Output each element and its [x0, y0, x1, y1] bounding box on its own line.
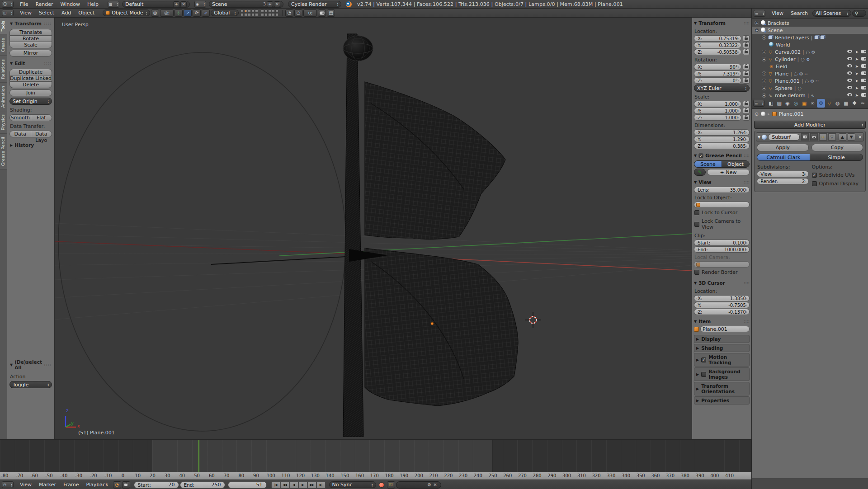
- render-engine-select[interactable]: Cycles Render ▴▾: [288, 1, 341, 8]
- tool-tab-create[interactable]: Create: [0, 35, 7, 56]
- properties-tab-object[interactable]: ▣: [800, 99, 808, 108]
- editor-type-button-info[interactable]: ⓘ▴▾: [2, 1, 14, 8]
- rotation-y--field[interactable]: ‹Y:7.319°›: [694, 71, 741, 77]
- timeline-menu-playback[interactable]: Playback: [82, 481, 112, 489]
- tool-tab-animation[interactable]: Animation: [0, 83, 7, 111]
- outliner-item-scene[interactable]: +Scene: [752, 27, 868, 34]
- selectability-toggle-pointer-icon[interactable]: ➤: [855, 50, 859, 54]
- breadcrumb-object-name[interactable]: Plane.001: [779, 111, 804, 117]
- data-transfer-data-button[interactable]: Data: [9, 131, 31, 137]
- motion-tracking-panel-header[interactable]: ▶✓Motion Tracking: [694, 353, 750, 367]
- display-panel-header[interactable]: ▶Display: [694, 335, 750, 343]
- keying-set-icon[interactable]: ⚿: [387, 481, 395, 489]
- location-y--field[interactable]: ‹Y:0.32322›: [694, 42, 741, 48]
- tool-tab-tools[interactable]: Tools: [0, 18, 7, 35]
- timeline-strip[interactable]: [0, 440, 751, 472]
- item-name-field[interactable]: Plane.001: [700, 326, 750, 332]
- copy-button[interactable]: Copy: [811, 144, 863, 151]
- renderability-toggle-camera-icon[interactable]: [861, 86, 866, 89]
- renderability-toggle-camera-icon[interactable]: [861, 64, 866, 68]
- layer-cell[interactable]: [264, 13, 268, 16]
- opengl-render-anim-button[interactable]: ▤: [327, 9, 335, 17]
- expander-icon[interactable]: +: [755, 28, 759, 33]
- outliner-scope-select[interactable]: All Scenes ▴▾: [812, 10, 851, 17]
- mirror-button[interactable]: Mirror: [9, 50, 52, 56]
- snap-button[interactable]: ∪▴▾: [303, 9, 317, 17]
- layer-cell[interactable]: [251, 13, 255, 16]
- view-menu-object[interactable]: Object: [75, 9, 98, 17]
- transform-orientation-select[interactable]: Global ▴▾: [211, 9, 239, 16]
- tool-tab-relations[interactable]: Relations: [0, 56, 7, 83]
- renderability-toggle-camera-icon[interactable]: [861, 50, 866, 53]
- visibility-toggle-eye-icon[interactable]: [847, 64, 852, 67]
- rotation-lock-button[interactable]: [743, 77, 750, 84]
- simple-button[interactable]: Simple: [810, 154, 863, 161]
- add-layout-button[interactable]: +: [173, 1, 179, 7]
- dimensions-y--field[interactable]: ‹Y:1.290›: [694, 136, 750, 142]
- scale-lock-button[interactable]: [743, 101, 750, 107]
- lock-time-toggle[interactable]: [122, 481, 130, 489]
- outliner-item-plane-001[interactable]: +▽Plane.001|◌⚙∷➤: [752, 77, 868, 85]
- item-header[interactable]: ▼ Item ::::: [694, 317, 750, 325]
- location-lock-button[interactable]: [743, 35, 750, 42]
- subsurf-render-field[interactable]: ‹Render: 2›: [757, 178, 809, 184]
- background-images-checkbox[interactable]: [701, 372, 706, 377]
- manipulator-translate-button[interactable]: ↗: [184, 9, 192, 17]
- visibility-toggle-eye-icon[interactable]: [847, 57, 852, 60]
- properties-tab-particles[interactable]: ✱: [850, 99, 858, 108]
- modifier-delete-button[interactable]: ✕: [858, 134, 862, 140]
- modifier-render-toggle[interactable]: [801, 133, 809, 141]
- outliner-item-cylinder[interactable]: +▽Cylinder|◌⚙➤: [752, 56, 868, 63]
- scale-lock-button[interactable]: [743, 114, 750, 121]
- viewport-shading-select[interactable]: ◍: [151, 9, 159, 17]
- properties-tab-scene[interactable]: ◉: [783, 99, 791, 108]
- lock-camera-row[interactable]: Lock Camera to View: [694, 217, 750, 231]
- lock-to-scene-button[interactable]: ◔: [285, 9, 293, 17]
- properties-panel-header[interactable]: ▶Properties: [694, 396, 750, 404]
- layers-grid-1[interactable]: [241, 9, 258, 16]
- transform-panel-header[interactable]: ▼ Transform::::: [9, 19, 52, 28]
- scene-field[interactable]: Scene 3 + ×: [209, 1, 283, 8]
- lock-to-object-field[interactable]: [694, 202, 750, 208]
- jump-to-end-button[interactable]: ▶|: [316, 481, 326, 489]
- tool-tab-grease-pencil[interactable]: Grease Pencil: [0, 134, 7, 169]
- location-lock-button[interactable]: [743, 42, 750, 48]
- layer-cell[interactable]: [244, 13, 247, 16]
- gp-scene-button[interactable]: Scene: [694, 160, 722, 168]
- scale-x--field[interactable]: ‹X:1.000›: [694, 101, 741, 107]
- layer-cell[interactable]: [244, 9, 247, 13]
- start-frame-field[interactable]: Start: 20: [134, 481, 179, 489]
- translate-button[interactable]: Translate: [9, 29, 52, 36]
- renderability-toggle-camera-icon[interactable]: [861, 79, 866, 82]
- layer-cell[interactable]: [268, 13, 271, 16]
- gp-layer-icon-button[interactable]: ✎: [694, 169, 706, 176]
- editor-type-button-outliner[interactable]: ☰▴▾: [754, 10, 765, 17]
- background-images-panel-header[interactable]: ▶Background Images: [694, 367, 750, 381]
- rotation-x--field[interactable]: ‹X:90°›: [694, 64, 741, 70]
- expander-icon[interactable]: +: [755, 21, 759, 25]
- rotate-button[interactable]: Rotate: [9, 35, 52, 42]
- edit-panel-header[interactable]: ▼ Edit::::: [9, 59, 52, 67]
- view-menu-view[interactable]: View: [16, 9, 35, 17]
- editor-type-button-properties[interactable]: ☰▴▾: [753, 100, 764, 107]
- outliner-item-plane[interactable]: +▽Plane|◌⚙∷➤: [752, 70, 868, 77]
- editor-type-button-timeline[interactable]: ◷▴▾: [2, 481, 14, 488]
- set-origin-menu[interactable]: Set Origin ▴▾: [9, 98, 52, 105]
- curve-circle-object[interactable]: [58, 52, 346, 431]
- scale-button[interactable]: Scale: [9, 42, 52, 48]
- subdivide-uvs-row[interactable]: ✓ Subdivide UVs: [811, 171, 863, 179]
- pivot-point-select[interactable]: ◎▴▾: [160, 9, 174, 17]
- tool-tab-physics[interactable]: Physics: [0, 111, 7, 134]
- properties-tab-render-layers[interactable]: ▤: [775, 99, 783, 108]
- renderability-toggle-camera-icon[interactable]: [861, 71, 866, 75]
- delete-button[interactable]: Delete: [9, 81, 52, 88]
- lock-to-cursor-row[interactable]: Lock to Cursor: [694, 208, 750, 217]
- pin-icon[interactable]: ⊙: [755, 111, 759, 117]
- cursor-3d[interactable]: [525, 312, 541, 328]
- manipulator-rotate-button[interactable]: ⟳: [193, 9, 201, 17]
- timeline-menu-frame[interactable]: Frame: [60, 481, 82, 489]
- optimal-display-row[interactable]: Optimal Display: [811, 179, 863, 188]
- layer-cell[interactable]: [272, 13, 275, 16]
- outliner-item-world[interactable]: World: [752, 41, 868, 48]
- modifier-move-down-button[interactable]: ▼: [848, 133, 855, 141]
